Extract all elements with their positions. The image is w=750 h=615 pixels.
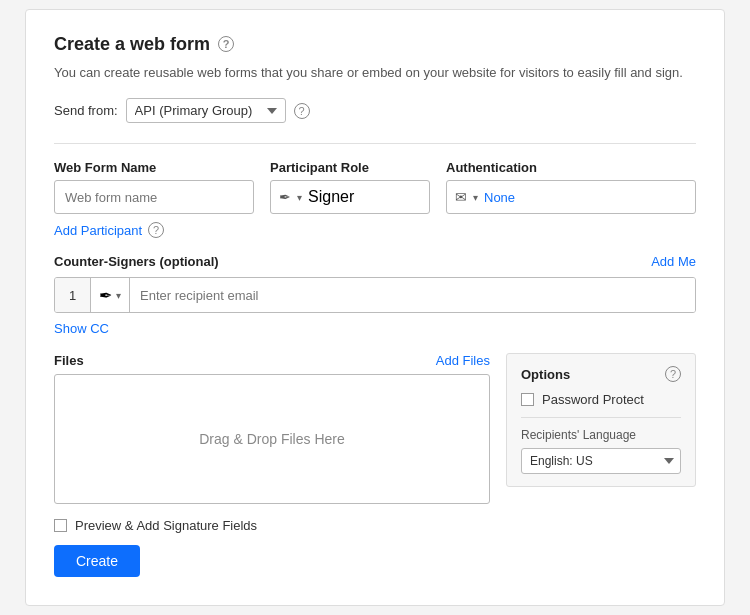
participant-role-group: Participant Role ✒ ▾ Signer xyxy=(270,160,430,214)
title-help-icon[interactable]: ? xyxy=(218,36,234,52)
add-participant-help-icon[interactable]: ? xyxy=(148,222,164,238)
authentication-selector[interactable]: ✉ ▾ None xyxy=(446,180,696,214)
web-form-name-input[interactable] xyxy=(54,180,254,214)
language-select[interactable]: English: USFrenchGermanSpanishJapanese xyxy=(521,448,681,474)
participant-role-label: Participant Role xyxy=(270,160,430,175)
recipients-language-label: Recipients' Language xyxy=(521,428,681,442)
add-participant-link[interactable]: Add Participant xyxy=(54,223,142,238)
options-divider xyxy=(521,417,681,418)
divider-1 xyxy=(54,143,696,144)
subtitle: You can create reusable web forms that y… xyxy=(54,63,696,83)
counter-email-input[interactable] xyxy=(130,278,695,312)
role-chevron-icon: ▾ xyxy=(297,192,302,203)
web-form-name-group: Web Form Name xyxy=(54,160,254,214)
show-cc-link[interactable]: Show CC xyxy=(54,321,109,336)
send-from-label: Send from: xyxy=(54,103,118,118)
auth-value: None xyxy=(484,190,515,205)
preview-checkbox[interactable] xyxy=(54,519,67,532)
role-value: Signer xyxy=(308,188,354,206)
drop-zone-text: Drag & Drop Files Here xyxy=(199,431,345,447)
page-title: Create a web form xyxy=(54,34,210,55)
create-web-form-card: Create a web form ? You can create reusa… xyxy=(25,9,725,607)
web-form-name-label: Web Form Name xyxy=(54,160,254,175)
password-protect-label: Password Protect xyxy=(542,392,644,407)
auth-chevron-icon: ▾ xyxy=(473,192,478,203)
options-panel: Options ? Password Protect Recipients' L… xyxy=(506,353,696,487)
page-title-row: Create a web form ? xyxy=(54,34,696,55)
counter-signers-label: Counter-Signers (optional) xyxy=(54,254,219,269)
password-protect-row: Password Protect xyxy=(521,392,681,407)
authentication-label: Authentication xyxy=(446,160,696,175)
email-icon: ✉ xyxy=(455,189,467,205)
options-help-icon[interactable]: ? xyxy=(665,366,681,382)
authentication-group: Authentication ✉ ▾ None xyxy=(446,160,696,214)
preview-label: Preview & Add Signature Fields xyxy=(75,518,257,533)
send-from-select[interactable]: API (Primary Group)Personal Account xyxy=(126,98,286,123)
preview-row: Preview & Add Signature Fields xyxy=(54,518,257,533)
create-button[interactable]: Create xyxy=(54,545,140,577)
send-from-row: Send from: API (Primary Group)Personal A… xyxy=(54,98,696,123)
drop-zone[interactable]: Drag & Drop Files Here xyxy=(54,374,490,504)
counter-role-icon: ✒ xyxy=(99,286,112,305)
options-title: Options xyxy=(521,367,570,382)
send-from-help-icon[interactable]: ? xyxy=(294,103,310,119)
files-label: Files xyxy=(54,353,84,368)
counter-role-chevron: ▾ xyxy=(116,290,121,301)
show-cc-row: Show CC xyxy=(54,319,696,337)
add-files-link[interactable]: Add Files xyxy=(436,353,490,368)
counter-signer-row: 1 ✒ ▾ xyxy=(54,277,696,313)
counter-number: 1 xyxy=(55,278,91,312)
participant-role-selector[interactable]: ✒ ▾ Signer xyxy=(270,180,430,214)
add-me-link[interactable]: Add Me xyxy=(651,254,696,269)
counter-role-selector[interactable]: ✒ ▾ xyxy=(91,278,130,312)
options-header: Options ? xyxy=(521,366,681,382)
counter-signers-header: Counter-Signers (optional) Add Me xyxy=(54,254,696,269)
files-header: Files Add Files xyxy=(54,353,490,368)
password-protect-checkbox[interactable] xyxy=(521,393,534,406)
add-participant-row: Add Participant ? xyxy=(54,222,696,238)
fields-row: Web Form Name Participant Role ✒ ▾ Signe… xyxy=(54,160,696,214)
bottom-row: Preview & Add Signature Fields xyxy=(54,518,696,533)
files-section: Files Add Files Drag & Drop Files Here O… xyxy=(54,353,696,504)
files-left: Files Add Files Drag & Drop Files Here xyxy=(54,353,490,504)
signer-icon: ✒ xyxy=(279,189,291,205)
